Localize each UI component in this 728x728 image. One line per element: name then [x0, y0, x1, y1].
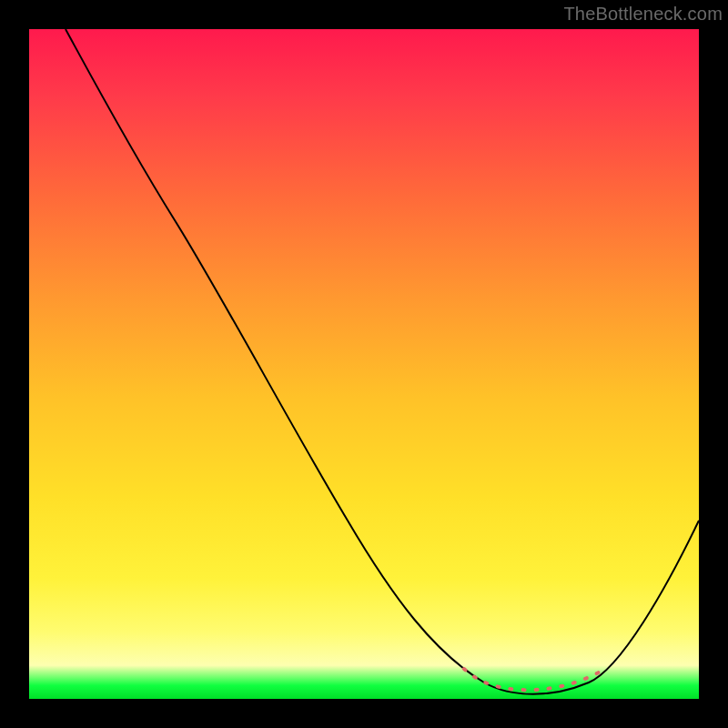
- chart-svg: [29, 29, 699, 699]
- chart-frame: TheBottleneck.com: [0, 0, 728, 728]
- bottleneck-curve: [66, 29, 699, 694]
- plot-area: [29, 29, 699, 699]
- optimal-range-dots: [464, 669, 605, 690]
- watermark-text: TheBottleneck.com: [563, 4, 723, 25]
